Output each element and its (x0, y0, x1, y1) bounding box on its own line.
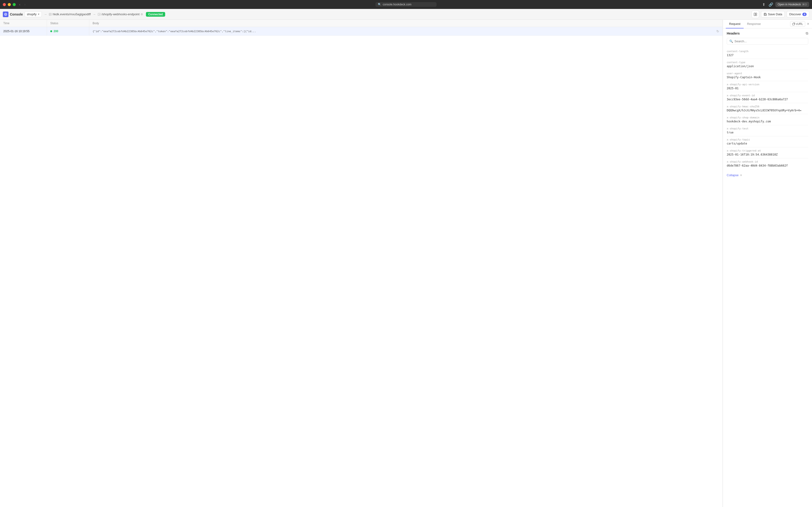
header-item: x-shopify-triggered-at 2025-01-16T10:19:… (727, 147, 808, 158)
close-window-button[interactable] (3, 3, 6, 6)
app-name: Console (10, 12, 23, 16)
minimize-window-button[interactable] (8, 3, 11, 6)
curl-button[interactable]: cURL (790, 21, 805, 27)
header-item: content-type application/json (727, 59, 808, 70)
forward-button[interactable]: › (23, 2, 27, 7)
title-bar-actions: ⬆ 🔗 Open in Hookdeck ⌘O (761, 2, 809, 7)
search-input[interactable] (735, 40, 806, 43)
app-logo: Console (3, 11, 23, 17)
browser-nav: ‹ › (18, 2, 27, 7)
header-value: carts/update (727, 142, 808, 145)
detail-tabs: Request Response cURL × (723, 20, 812, 29)
collapse-button[interactable]: Collapse ✕ (723, 171, 812, 179)
header-value: Shopify-Captain-Hook (727, 76, 808, 79)
logo-icon (3, 11, 8, 17)
header-key: content-length (727, 50, 808, 53)
maximize-window-button[interactable] (13, 3, 16, 6)
header-item: x-shopify-shop-domain hookdeck-dev.mysho… (727, 114, 808, 125)
header-key: x-shopify-hmac-sha256 (727, 105, 808, 108)
header-key: x-shopify-topic (727, 138, 808, 141)
header-item: x-shopify-event-id 3ecc93ee-50dd-4aa4-b2… (727, 92, 808, 103)
keyboard-shortcut: ⌘O (802, 3, 807, 6)
status-cell: 200 (47, 27, 89, 36)
body-text: {"id":"eeafa272cebfd4b22385bc4b645e762c"… (93, 30, 256, 33)
table-row[interactable]: 2025-01-16 10:19:55 200 {"id":"eeafa272c… (0, 27, 722, 36)
svg-rect-9 (756, 14, 757, 16)
title-bar: ‹ › 🔍 console.hookdeck.com ⬆ 🔗 Open in H… (0, 0, 812, 9)
event-icon (49, 13, 52, 16)
body-cell: {"id":"eeafa272cebfd4b22385bc4b645e762c"… (89, 27, 722, 36)
address-bar[interactable]: 🔍 console.hookdeck.com (375, 2, 437, 7)
svg-rect-8 (756, 13, 757, 14)
open-in-hookdeck-label: Open in Hookdeck (778, 3, 801, 6)
header-value: 2025-01-16T10:19:54.636438810Z (727, 153, 808, 156)
layout-icon-button[interactable] (752, 11, 759, 18)
discover-label: Discover (789, 12, 801, 16)
chevron-down-icon: ▼ (37, 13, 40, 15)
refresh-icon[interactable]: ↻ (716, 30, 719, 33)
status-code: 200 (54, 30, 58, 33)
headers-title: Headers ⧉ (727, 31, 808, 36)
copy-headers-icon[interactable]: ⧉ (806, 31, 808, 36)
tab-request[interactable]: Request (726, 20, 744, 29)
header-value: hookdeck-dev.myshopify.com (727, 120, 808, 123)
status-column-header: Status (47, 20, 89, 27)
source-selector[interactable]: shopify ▼ (25, 11, 42, 17)
search-bar[interactable]: 🔍 (727, 38, 808, 45)
svg-rect-10 (764, 13, 765, 14)
header-key: x-shopify-shop-domain (727, 116, 808, 119)
search-icon: 🔍 (378, 3, 381, 6)
body-column-header: Body (89, 20, 722, 27)
tab-response[interactable]: Response (744, 20, 764, 29)
header-key: x-shopify-triggered-at (727, 149, 808, 152)
header-key: content-type (727, 61, 808, 64)
save-icon (764, 13, 767, 16)
open-in-hookdeck-button[interactable]: Open in Hookdeck ⌘O (775, 2, 809, 7)
header-key: x-shopify-event-id (727, 94, 808, 97)
search-icon: 🔍 (729, 40, 733, 43)
header-item: x-shopify-api-version 2025-01 (727, 81, 808, 92)
header-item: x-shopify-test true (727, 125, 808, 136)
layout-icon (753, 12, 757, 16)
header-value: 2025-01 (727, 87, 808, 90)
share-icon[interactable]: ⬆ (761, 2, 766, 7)
svg-rect-11 (764, 14, 766, 15)
status-dot (50, 30, 52, 32)
url-text: console.hookdeck.com (383, 3, 411, 6)
discover-button[interactable]: Discover 4 (787, 11, 809, 17)
breadcrumb-arrow-1: → (44, 12, 47, 16)
back-button[interactable]: ‹ (18, 2, 22, 7)
header-item: x-shopify-webhook-id d6de7867-62aa-40d4-… (727, 158, 808, 169)
copy-curl-icon (792, 22, 795, 25)
main-content: Time Status Body 2025-01-16 10:19:55 200… (0, 20, 812, 507)
detail-content: Headers ⧉ 🔍 content-length 1327 content-… (723, 29, 812, 507)
breadcrumb-arrow-2: → (93, 12, 96, 16)
header-item: x-shopify-topic carts/update (727, 136, 808, 147)
link-icon[interactable]: 🔗 (768, 2, 773, 7)
time-column-header: Time (0, 20, 47, 27)
close-detail-button[interactable]: × (807, 22, 809, 26)
header-value: DQQ9wcgX/hJcX/RHys5cL8ICW705UYnpURy+VyAr… (727, 109, 808, 112)
event-id: hkdk.events/mxu5aglgaodtff (53, 12, 91, 16)
time-cell: 2025-01-16 10:19:55 (0, 27, 47, 36)
destination-path: /shopify-webhooks-endpoint (102, 12, 139, 16)
time-value: 2025-01-16 10:19:55 (3, 30, 30, 33)
connected-badge: Connected (146, 12, 165, 17)
window-controls (3, 3, 16, 6)
collapse-icon: ✕ (740, 174, 742, 177)
curl-label: cURL (796, 22, 803, 25)
app-header: Console shopify ▼ → hkdk.events/mxu5aglg… (0, 9, 812, 20)
header-value: 1327 (727, 54, 808, 57)
headers-section: Headers ⧉ 🔍 content-length 1327 content-… (723, 29, 812, 171)
table-header: Time Status Body (0, 20, 722, 27)
header-item: user-agent Shopify-Captain-Hook (727, 70, 808, 81)
destination-icon (98, 13, 101, 16)
header-value: 3ecc93ee-50dd-4aa4-b228-63c886a6a727 (727, 98, 808, 101)
save-data-button[interactable]: Save Data (761, 11, 785, 17)
save-data-label: Save Data (768, 12, 782, 16)
header-key: x-shopify-test (727, 127, 808, 130)
destination-settings-icon[interactable]: ⚙ (140, 13, 143, 16)
header-item: x-shopify-hmac-sha256 DQQ9wcgX/hJcX/RHys… (727, 103, 808, 114)
header-key: user-agent (727, 72, 808, 75)
header-value: true (727, 131, 808, 134)
